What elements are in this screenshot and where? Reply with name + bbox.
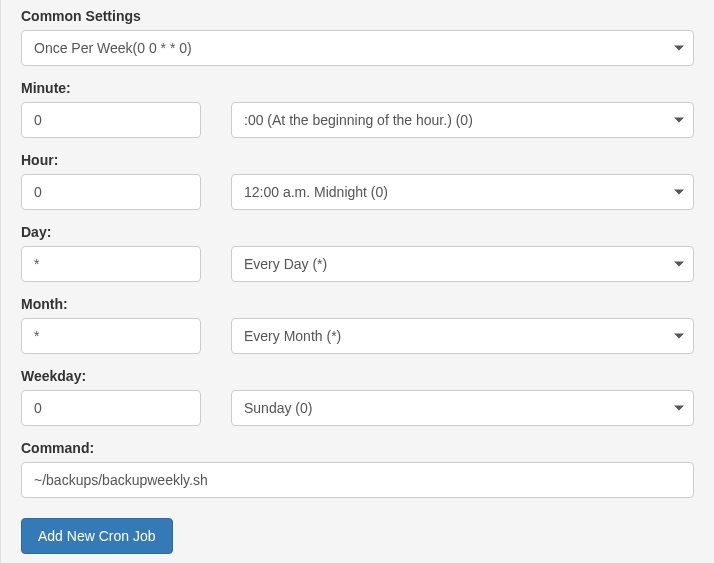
day-row: Every Day (*)	[21, 246, 694, 282]
command-group: Command:	[21, 440, 694, 498]
minute-select[interactable]: :00 (At the beginning of the hour.) (0)	[231, 102, 694, 138]
common-settings-select-wrapper: Once Per Week(0 0 * * 0)	[21, 30, 694, 66]
cron-form-container: Common Settings Once Per Week(0 0 * * 0)…	[0, 0, 714, 563]
common-settings-label: Common Settings	[21, 8, 694, 24]
command-input[interactable]	[21, 462, 694, 498]
minute-select-wrapper: :00 (At the beginning of the hour.) (0)	[231, 102, 694, 138]
hour-select-wrapper: 12:00 a.m. Midnight (0)	[231, 174, 694, 210]
hour-select[interactable]: 12:00 a.m. Midnight (0)	[231, 174, 694, 210]
month-group: Month: Every Month (*)	[21, 296, 694, 354]
weekday-select-wrapper: Sunday (0)	[231, 390, 694, 426]
hour-group: Hour: 12:00 a.m. Midnight (0)	[21, 152, 694, 210]
command-label: Command:	[21, 440, 694, 456]
weekday-select[interactable]: Sunday (0)	[231, 390, 694, 426]
minute-label: Minute:	[21, 80, 694, 96]
day-select[interactable]: Every Day (*)	[231, 246, 694, 282]
add-cron-job-button[interactable]: Add New Cron Job	[21, 518, 173, 554]
month-select-wrapper: Every Month (*)	[231, 318, 694, 354]
hour-label: Hour:	[21, 152, 694, 168]
hour-row: 12:00 a.m. Midnight (0)	[21, 174, 694, 210]
day-label: Day:	[21, 224, 694, 240]
weekday-label: Weekday:	[21, 368, 694, 384]
minute-row: :00 (At the beginning of the hour.) (0)	[21, 102, 694, 138]
month-input[interactable]	[21, 318, 201, 354]
common-settings-group: Common Settings Once Per Week(0 0 * * 0)	[21, 8, 694, 66]
weekday-input[interactable]	[21, 390, 201, 426]
day-input[interactable]	[21, 246, 201, 282]
hour-input[interactable]	[21, 174, 201, 210]
common-settings-select[interactable]: Once Per Week(0 0 * * 0)	[21, 30, 694, 66]
day-select-wrapper: Every Day (*)	[231, 246, 694, 282]
weekday-row: Sunday (0)	[21, 390, 694, 426]
month-select[interactable]: Every Month (*)	[231, 318, 694, 354]
day-group: Day: Every Day (*)	[21, 224, 694, 282]
minute-group: Minute: :00 (At the beginning of the hou…	[21, 80, 694, 138]
month-row: Every Month (*)	[21, 318, 694, 354]
weekday-group: Weekday: Sunday (0)	[21, 368, 694, 426]
month-label: Month:	[21, 296, 694, 312]
minute-input[interactable]	[21, 102, 201, 138]
